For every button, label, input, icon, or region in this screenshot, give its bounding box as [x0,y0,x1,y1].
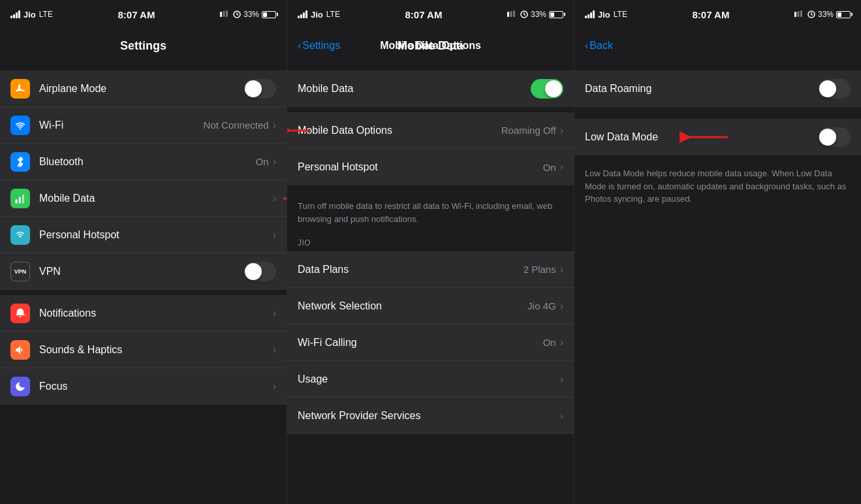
display-icon-mid [507,10,518,18]
svg-line-5 [237,14,238,16]
network-selection-label: Network Selection [298,300,527,312]
mobile-data-toggle-row[interactable]: Mobile Data [287,71,574,107]
status-right-mid: 33% [507,10,563,19]
moon-icon [14,381,26,392]
status-bar-right: Jio LTE 8:07 AM 33% [574,0,861,29]
back-label-right: Back [589,40,613,52]
battery-pct-mid: 33% [531,10,546,19]
wifi-icon-bg [10,116,30,135]
data-roaming-row[interactable]: Data Roaming [574,71,861,107]
settings-group-2: Notifications › Sounds & Haptics › Focus… [0,295,287,405]
mobile-data-options-row[interactable]: Mobile Data Options Roaming Off › [287,112,574,149]
network-selection-chevron: › [560,300,563,312]
network-left: LTE [39,10,53,19]
network-provider-row[interactable]: Network Provider Services › [287,398,574,434]
signal-bars [10,10,20,18]
network-selection-row[interactable]: Network Selection Jio 4G › [287,288,574,324]
vpn-row[interactable]: VPN VPN [0,253,287,290]
usage-row[interactable]: Usage › [287,361,574,398]
wifi-value: Not Connected [204,119,269,131]
bluetooth-chevron: › [273,156,276,168]
time-left: 8:07 AM [117,9,155,20]
svg-rect-7 [19,197,21,203]
notifications-icon-bg [10,304,30,323]
mobile-data-thumb [545,80,562,97]
svg-point-10 [20,235,22,237]
signal-bars-right [585,10,595,18]
display-icon-right [794,10,805,18]
speaker-icon [14,344,26,356]
back-chevron-right: ‹ [585,40,588,52]
vpn-icon-text: VPN [14,268,27,275]
network-mid: LTE [326,10,340,19]
data-roaming-toggle[interactable] [818,79,851,99]
network-selection-value: Jio 4G [527,300,556,311]
personal-hotspot-mid-row[interactable]: Personal Hotspot On › [287,149,574,185]
svg-rect-8 [22,195,24,204]
display-icon [220,10,230,18]
low-data-mode-row[interactable]: Low Data Mode [574,119,861,155]
status-right-left: 33% [220,10,276,19]
mobile-data-options-label: Mobile Data Options [298,125,501,136]
left-panel: Jio LTE 8:07 AM 33% Settings Airplane Mo… [0,0,287,504]
signal-bars-mid [298,10,307,18]
personal-hotspot-mid-chevron: › [560,161,563,173]
personal-hotspot-row[interactable]: Personal Hotspot › [0,217,287,253]
bluetooth-row[interactable]: Bluetooth On › [0,144,287,180]
sounds-label: Sounds & Haptics [39,344,273,356]
data-plans-row[interactable]: Data Plans 2 Plans › [287,251,574,288]
wifi-icon [14,119,26,131]
time-right: 8:07 AM [692,9,729,20]
vpn-toggle[interactable] [243,262,276,281]
alarm-icon-mid [520,10,528,18]
low-data-mode-toggle[interactable] [818,127,851,147]
antenna-icon [14,193,26,204]
notifications-label: Notifications [39,307,273,319]
carrier-mid: Jio [311,10,323,20]
status-right-right: 33% [794,10,851,19]
status-bar-middle: Jio LTE 8:07 AM 33% [287,0,574,29]
mobile-data-row[interactable]: Mobile Data › [0,180,287,217]
bell-icon [14,307,26,319]
alarm-icon [233,10,241,18]
airplane-mode-row[interactable]: Airplane Mode [0,71,287,107]
signal-bar-2 [13,14,15,18]
airplane-icon-bg [10,79,30,99]
airplane-mode-toggle[interactable] [243,79,276,99]
left-title: Settings [120,39,166,53]
bluetooth-value: On [256,156,269,167]
focus-chevron: › [273,381,276,392]
sounds-haptics-row[interactable]: Sounds & Haptics › [0,332,287,368]
notifications-row[interactable]: Notifications › [0,295,287,332]
focus-row[interactable]: Focus › [0,368,287,405]
svg-rect-13 [513,10,515,17]
mobile-data-options-chevron: › [560,125,563,136]
signal-bar-4 [18,10,20,18]
svg-rect-20 [800,10,802,17]
mobile-data-info: Turn off mobile data to restrict all dat… [287,191,574,234]
hotspot-icon-bg [10,225,30,245]
battery-pct-right: 33% [818,10,834,19]
right-header: ‹ Back Mobile Data Options [574,29,861,63]
network-provider-label: Network Provider Services [298,410,560,422]
mobile-options-group: Mobile Data Options Roaming Off › Person… [287,112,574,185]
signal-bar-1 [10,16,12,18]
data-roaming-label: Data Roaming [585,83,818,95]
svg-rect-2 [226,10,228,17]
svg-rect-12 [510,11,512,17]
mobile-data-toggle-switch[interactable] [531,79,563,99]
usage-chevron: › [560,373,563,385]
sounds-chevron: › [273,344,276,356]
red-arrow-left [280,189,287,208]
svg-line-16 [524,14,525,16]
data-plans-value: 2 Plans [524,264,556,275]
back-to-mobile-data[interactable]: ‹ Back [585,40,851,52]
time-mid: 8:07 AM [405,9,442,20]
usage-label: Usage [298,373,560,385]
airplane-mode-label: Airplane Mode [39,83,243,95]
bluetooth-icon-bg [10,152,30,172]
wifi-calling-row[interactable]: Wi-Fi Calling On › [287,324,574,361]
status-left: Jio LTE [10,10,53,20]
wifi-row[interactable]: Wi-Fi Not Connected › [0,107,287,144]
svg-line-23 [811,14,813,16]
